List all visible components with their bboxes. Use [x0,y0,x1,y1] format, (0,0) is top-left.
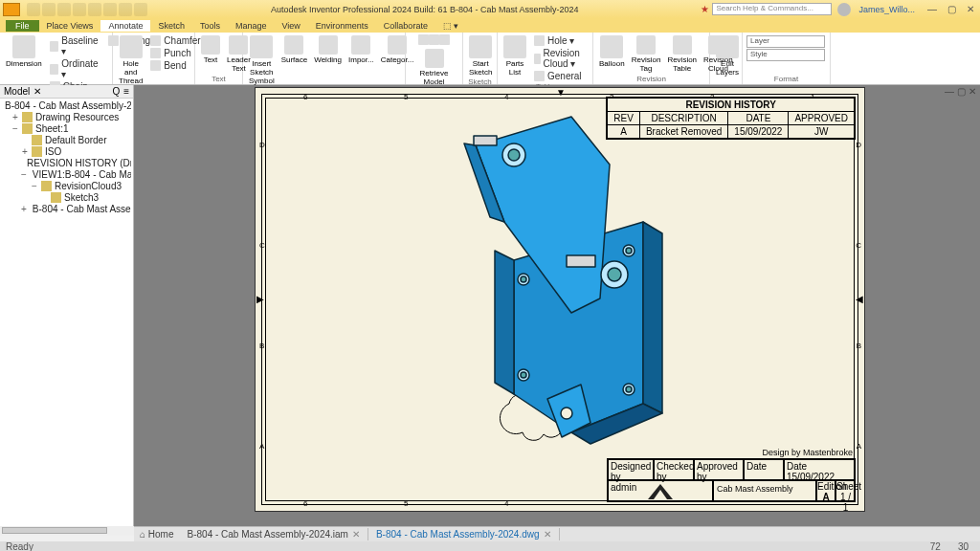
text-button[interactable]: Text [199,34,222,65]
svg-point-12 [626,386,632,392]
ribbon-panel-revision: Balloon Revision Tag Revision Table Revi… [593,33,710,84]
browser-title: Model [4,86,30,97]
tree-node[interactable]: Sketch3 [2,192,131,204]
svg-point-16 [508,149,520,161]
tree-node[interactable]: −Sheet:1 [2,123,131,135]
svg-point-10 [626,248,632,253]
revision-tag-button[interactable]: Revision Tag [630,34,663,74]
qat-btn[interactable] [88,3,101,16]
tree-node[interactable]: REVISION HISTORY (Drawing) [2,158,131,169]
qat-btn[interactable] [134,3,147,16]
node-icon [32,146,42,157]
qat-btn[interactable] [73,3,86,16]
parts-list-button[interactable]: Parts List [501,34,528,77]
svg-point-6 [521,276,526,282]
drawing-sheet: 6 5 4 3 2 1 6 5 4 D C B A D C B A ▼ ▶ ◀ … [255,87,865,512]
tab-file[interactable]: File [6,20,39,32]
svg-point-8 [521,372,526,378]
tab-view[interactable]: View [274,20,307,32]
qat-btn[interactable] [27,3,40,16]
style-dropdown[interactable]: Style [746,49,825,61]
edit-layers-button[interactable]: Edit Layers [714,34,741,77]
minimize-button[interactable]: — [923,4,942,14]
center-mark-top: ▼ [556,87,566,98]
home-tab[interactable]: ⌂ Home [134,529,180,540]
ribbon-panel-table: Parts List Hole ▾ Revision Cloud ▾ Gener… [498,33,593,84]
node-icon [22,123,33,134]
tab-tools[interactable]: Tools [192,20,228,32]
tree-node[interactable]: +Drawing Resources [2,112,131,123]
title-block[interactable]: Designed byadmin Checked by Approved by … [607,458,856,502]
hole-table-button[interactable]: Hole ▾ [531,34,589,47]
welding-button[interactable]: Welding [312,34,344,65]
svg-marker-0 [648,484,673,499]
svg-rect-20 [474,136,497,145]
dimension-button[interactable]: Dimension [4,34,44,69]
svg-marker-2 [495,251,514,394]
browser-search-icon[interactable]: Q [112,86,120,97]
document-tab[interactable]: B-804 - Cab Mast Assembly-2024.iam✕ [180,528,368,540]
tree-node[interactable]: +ISO [2,146,131,158]
revision-cloud-menu[interactable]: Revision Cloud ▾ [531,47,589,70]
tree-node[interactable]: −RevisionCloud3 [2,181,131,192]
close-button[interactable]: ✕ [961,4,980,14]
logo-icon [648,484,673,499]
close-icon[interactable]: ✕ [352,529,360,540]
svg-point-18 [608,268,621,281]
mdi-controls: —▢✕ [945,86,976,97]
ribbon-panel-dimension: Dimension Baseline ▾ Ordinate ▾ Chain ▾ … [0,33,113,84]
document-tabs: ⌂ Home B-804 - Cab Mast Assembly-2024.ia… [134,526,980,541]
tab-environments[interactable]: Environments [308,20,376,32]
tab-place-views[interactable]: Place Views [39,20,101,32]
close-icon[interactable]: ✕ [544,529,551,540]
document-tab[interactable]: B-804 - Cab Mast Assembly-2024.dwg✕ [368,528,560,540]
drawing-canvas[interactable]: —▢✕ 6 5 4 3 2 1 6 5 4 D C B A D C B A ▼ … [134,85,980,526]
node-icon [41,181,52,191]
browser-scrollbar[interactable] [0,526,134,536]
qat-btn[interactable] [57,3,71,16]
balloon-button[interactable]: Balloon [597,34,627,69]
import-button[interactable]: Impor... [346,34,376,65]
design-by-label: Design by Mastenbroke [762,448,853,457]
user-label[interactable]: James_Willo... [858,5,915,14]
baseline-button[interactable]: Baseline ▾ [47,34,102,57]
hole-thread-button[interactable]: Hole and Thread [117,34,145,86]
center-mark-left: ▶ [256,294,264,304]
start-sketch-button[interactable]: Start Sketch [467,34,494,77]
qat-btn[interactable] [42,3,56,16]
svg-rect-19 [567,255,595,267]
ordinate-button[interactable]: Ordinate ▾ [47,57,102,80]
qat-btn[interactable] [103,3,117,16]
revision-table-button[interactable]: Revision Table [665,34,699,74]
status-bar: Ready 7230 [0,541,980,551]
help-search-input[interactable]: Search Help & Commands... [712,3,832,15]
ribbon-panel-symbols: Insert Sketch Symbol Surface Welding Imp… [243,33,406,84]
layer-dropdown[interactable]: Layer [746,35,825,48]
svg-marker-3 [643,222,662,413]
tab-extra[interactable]: ⬚ ▾ [435,20,467,32]
model-browser: Model✕ Q ≡ B-804 - Cab Mast Assembly-202… [0,85,134,526]
browser-menu-icon[interactable]: ≡ [123,86,129,97]
ribbon: Dimension Baseline ▾ Ordinate ▾ Chain ▾ … [0,33,980,85]
avatar[interactable] [837,3,851,16]
sketch-symbol-button[interactable]: Insert Sketch Symbol [247,34,277,86]
drawing-view[interactable] [457,107,667,452]
tab-collaborate[interactable]: Collaborate [376,20,435,32]
surface-button[interactable]: Surface [279,34,310,65]
tab-sketch[interactable]: Sketch [150,20,192,32]
qat-btn[interactable] [119,3,132,16]
tree-root[interactable]: B-804 - Cab Mast Assembly-2024 [2,100,131,112]
maximize-button[interactable]: ▢ [942,4,961,14]
general-table-button[interactable]: General [531,70,589,82]
ribbon-panel-layers: Edit Layers [710,33,743,84]
window-controls: — ▢ ✕ [923,4,980,14]
tree-node[interactable]: +B-804 - Cab Mast Assembly-2024.iam [2,204,131,215]
browser-tree: B-804 - Cab Mast Assembly-2024 +Drawing … [0,99,133,217]
tab-manage[interactable]: Manage [228,20,275,32]
ribbon-panel-format: Layer Style Format [743,33,831,84]
quick-access-toolbar [23,3,151,16]
tree-node[interactable]: −VIEW1:B-804 - Cab Mast Assembly-2024... [2,169,131,181]
node-icon [22,112,33,122]
tab-annotate[interactable]: Annotate [100,20,150,32]
tree-node[interactable]: Default Border [2,135,131,146]
